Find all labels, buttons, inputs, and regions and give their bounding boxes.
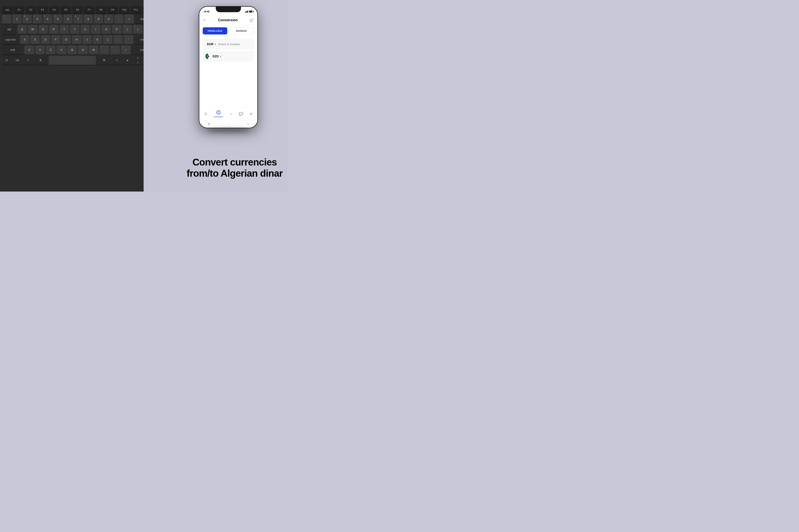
key-slash[interactable]: ?/ xyxy=(121,45,131,55)
tab-parallele[interactable]: PARALLÈLE xyxy=(203,27,227,35)
key-cmd-r[interactable]: ⌘ xyxy=(97,56,111,65)
key-caps[interactable]: caps lock xyxy=(2,35,19,44)
key-q[interactable]: Q xyxy=(17,25,27,34)
phone-notch xyxy=(216,6,241,12)
nav-settings[interactable]: ⚙ xyxy=(248,111,254,117)
promo-text-container: Convert currencies from/to Algerian dina… xyxy=(186,157,283,179)
key-4[interactable]: $4 xyxy=(43,15,52,24)
key-y[interactable]: Y xyxy=(70,25,79,34)
key-f11[interactable]: F11 xyxy=(131,6,142,14)
key-cmd-l[interactable]: ⌘ xyxy=(34,56,48,65)
key-arrow-l[interactable]: ◄ xyxy=(123,56,132,65)
key-f3[interactable]: F3 xyxy=(37,6,48,14)
key-f5[interactable]: F5 xyxy=(60,6,71,14)
promo-headline: Convert currencies from/to Algerian dina… xyxy=(186,157,283,179)
key-f6[interactable]: F6 xyxy=(72,6,83,14)
eur-input[interactable] xyxy=(218,43,254,46)
key-9[interactable]: (9 xyxy=(94,15,103,24)
bottom-nav: ☰ Conversion ∿ 💬 xyxy=(199,108,257,120)
key-ctrl[interactable]: ctrl xyxy=(13,56,22,65)
key-g[interactable]: G xyxy=(61,35,71,44)
status-time: 16:46 xyxy=(203,10,210,13)
key-period[interactable]: >. xyxy=(110,45,120,55)
key-comma[interactable]: <, xyxy=(99,45,109,55)
key-semicolon[interactable]: :; xyxy=(113,35,123,44)
key-v[interactable]: V xyxy=(57,45,66,55)
key-a[interactable]: A xyxy=(20,35,29,44)
dzd-chevron[interactable]: ▼ xyxy=(219,55,222,58)
key-f7[interactable]: F7 xyxy=(84,6,95,14)
key-p[interactable]: P xyxy=(112,25,122,34)
key-h[interactable]: H xyxy=(72,35,81,44)
android-menu-btn[interactable]: ☰ xyxy=(208,123,210,126)
key-0[interactable]: )0 xyxy=(104,15,113,24)
fn-row: esc F1 F2 F3 F4 F5 F6 F7 F8 F9 F10 F11 F… xyxy=(2,6,153,14)
key-u[interactable]: U xyxy=(80,25,90,34)
key-7[interactable]: &7 xyxy=(74,15,83,24)
nav-conversion[interactable]: Conversion xyxy=(212,110,225,119)
key-5[interactable]: %5 xyxy=(53,15,62,24)
phone-screen: 16:46 ← Conversion 🛒 xyxy=(199,7,257,128)
phone-mockup: 16:46 ← Conversion 🛒 xyxy=(199,6,258,128)
key-equals[interactable]: += xyxy=(125,15,134,24)
nav-chart[interactable]: ∿ xyxy=(228,111,234,117)
key-n[interactable]: N xyxy=(78,45,88,55)
key-f1[interactable]: F1 xyxy=(14,6,24,14)
cart-icon[interactable]: 🛒 xyxy=(249,18,254,22)
key-f10[interactable]: F10 xyxy=(119,6,130,14)
key-r[interactable]: R xyxy=(49,25,58,34)
menu-icon: ☰ xyxy=(204,112,207,116)
key-s[interactable]: S xyxy=(30,35,39,44)
key-o[interactable]: O xyxy=(102,25,111,34)
back-button[interactable]: ← xyxy=(203,18,206,22)
key-f9[interactable]: F9 xyxy=(107,6,118,14)
android-back-btn[interactable]: ◁ xyxy=(247,123,249,126)
key-f[interactable]: F xyxy=(51,35,60,44)
key-minus[interactable]: _- xyxy=(114,15,124,24)
key-6[interactable]: ^6 xyxy=(63,15,73,24)
key-c[interactable]: C xyxy=(46,45,55,55)
key-j[interactable]: J xyxy=(83,35,92,44)
key-bracket-l[interactable]: {[ xyxy=(123,25,132,34)
key-backtick[interactable]: ~` xyxy=(2,15,11,24)
key-2[interactable]: @2 xyxy=(22,15,32,24)
key-space[interactable] xyxy=(49,56,96,65)
key-i[interactable]: I xyxy=(91,25,101,34)
key-l[interactable]: L xyxy=(103,35,112,44)
status-icons xyxy=(245,11,253,13)
key-bracket-r[interactable]: }] xyxy=(133,25,143,34)
key-x[interactable]: X xyxy=(35,45,45,55)
tab-banque[interactable]: BANQUE xyxy=(229,27,254,35)
key-quote[interactable]: "' xyxy=(124,35,133,44)
key-arrows-ud[interactable]: ▲ ▼ xyxy=(133,56,143,65)
key-1[interactable]: !1 xyxy=(13,15,22,24)
keyboard-area: esc F1 F2 F3 F4 F5 F6 F7 F8 F9 F10 F11 F… xyxy=(0,0,155,192)
key-esc[interactable]: esc xyxy=(2,6,13,14)
key-f4[interactable]: F4 xyxy=(49,6,59,14)
key-k[interactable]: K xyxy=(93,35,102,44)
key-f2[interactable]: F2 xyxy=(25,6,36,14)
nav-chat[interactable]: 💬 xyxy=(237,111,245,117)
key-fn[interactable]: fn xyxy=(2,56,12,65)
key-t[interactable]: T xyxy=(59,25,69,34)
key-8[interactable]: *8 xyxy=(84,15,93,24)
key-shift-l[interactable]: shift xyxy=(2,45,23,55)
key-opt-r[interactable]: ⌥ xyxy=(112,56,122,65)
key-e[interactable]: E xyxy=(38,25,48,34)
conversion-label: Conversion xyxy=(214,116,223,118)
key-b[interactable]: B xyxy=(67,45,77,55)
key-f8[interactable]: F8 xyxy=(96,6,106,14)
key-opt[interactable]: ⌥ xyxy=(23,56,33,65)
key-z[interactable]: Z xyxy=(24,45,34,55)
key-tab[interactable]: tab xyxy=(2,25,16,34)
key-w[interactable]: W xyxy=(28,25,37,34)
chat-icon: 💬 xyxy=(239,112,243,116)
eur-chevron[interactable]: ▼ xyxy=(214,43,216,45)
key-d[interactable]: D xyxy=(41,35,50,44)
chart-icon: ∿ xyxy=(230,112,232,116)
nav-menu[interactable]: ☰ xyxy=(202,111,209,117)
key-m[interactable]: M xyxy=(89,45,98,55)
promo-line1: Convert currencies xyxy=(193,157,277,168)
key-3[interactable]: #3 xyxy=(33,15,42,24)
android-home-btn[interactable]: ○ xyxy=(228,123,229,126)
